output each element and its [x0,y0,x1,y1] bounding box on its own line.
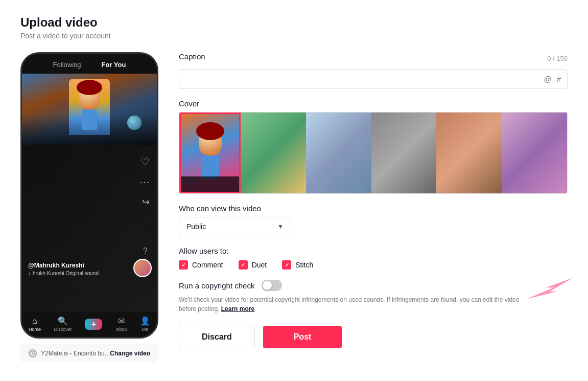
main-layout: Following For You [20,52,568,363]
visibility-label: Who can view this video [179,204,568,213]
comment-checkbox[interactable]: ✓ [179,260,188,270]
action-buttons: Discard Post [179,326,568,348]
phone-mockup-container: Following For You [20,52,158,363]
cover-selected-frame[interactable] [179,113,241,193]
learn-more-link[interactable]: Learn more [221,305,254,312]
video-source-label: Y2Mate.is - Encanto bu... [41,350,110,357]
caption-label-row: Caption 0 / 150 [179,52,568,65]
visibility-dropdown[interactable]: Public ▼ [179,217,291,236]
phone-user-info: @Mahrukh Kureshi ♪ hrukh Kureshi Origina… [28,262,99,276]
cover-thumb-4[interactable] [436,113,502,193]
allow-users-section: Allow users to: ✓ Comment ✓ Duet ✓ [179,246,568,270]
stitch-checkbox[interactable]: ✓ [282,260,291,270]
copyright-toggle[interactable] [262,280,282,291]
phone-username: @Mahrukh Kureshi [28,262,99,269]
phone-nav-home[interactable]: ⌂ Home [29,317,41,332]
copyright-section: Run a copyright check We'll check your v… [179,280,568,313]
video-source-icon [29,349,37,357]
music-icon: ♪ [28,271,31,276]
phone-video-thumbnail [22,74,157,145]
phone-video-area: ♡ ⋯ ↪ ? @Mahrukh Kureshi ♪ hrukh Kureshi… [22,74,157,312]
phone-tab-following: Following [53,61,81,69]
phone-sound-text: hrukh Kureshi Original sound [33,271,99,276]
home-icon: ⌂ [32,317,37,326]
cover-thumb-5[interactable] [502,113,567,193]
phone-nav-me-label: Me [142,327,149,332]
phone-question-icon: ? [143,246,148,256]
hash-icon-button[interactable]: # [557,75,561,83]
copyright-label: Run a copyright check [179,281,254,290]
phone-nav-me[interactable]: 👤 Me [140,316,150,332]
video-source-bar: Y2Mate.is - Encanto bu... Change video [20,344,158,363]
cover-selected-bar [181,176,239,192]
checkbox-comment: ✓ Comment [179,260,223,270]
discard-button[interactable]: Discard [179,326,255,348]
duet-checkmark: ✓ [241,262,245,268]
cover-label: Cover [179,99,568,108]
cover-field-group: Cover [179,99,568,194]
profile-icon: 👤 [140,316,150,326]
cover-thumb-2[interactable] [306,113,371,193]
chevron-down-icon: ▼ [277,223,284,230]
video-source-info: Y2Mate.is - Encanto bu... [29,349,110,357]
caption-icons: @ # [544,75,561,83]
phone-avatar [133,259,152,277]
phone-mockup: Following For You [20,52,158,339]
right-panel: Caption 0 / 150 @ # Cover [179,52,568,348]
phone-nav-inbox[interactable]: ✉ Inbox [115,316,127,332]
caption-input[interactable] [185,75,544,83]
phone-bottom-nav: ⌂ Home 🔍 Discover + ✉ Inbox 👤 Me [22,312,157,337]
phone-nav-discover[interactable]: 🔍 Discover [54,316,72,332]
allow-users-label: Allow users to: [179,246,568,255]
phone-dots-icon[interactable]: ⋯ [139,176,150,188]
plus-button[interactable]: + [85,319,102,330]
phone-nav-discover-label: Discover [54,327,72,332]
checkbox-duet: ✓ Duet [239,260,267,270]
stitch-checkmark: ✓ [285,262,289,268]
phone-nav-plus[interactable]: + [85,319,102,330]
toggle-knob [263,281,272,290]
phone-top-bar: Following For You [22,54,157,74]
copyright-description: We'll check your video for potential cop… [179,295,526,313]
page-subtitle: Post a video to your account [20,32,568,40]
duet-label: Duet [252,261,267,269]
caption-field-group: Caption 0 / 150 @ # [179,52,568,89]
checkbox-stitch: ✓ Stitch [282,260,313,270]
page-title: Upload video [20,15,568,30]
inbox-icon: ✉ [118,316,125,326]
phone-sound: ♪ hrukh Kureshi Original sound [28,271,99,276]
cover-strip [179,112,568,194]
visibility-field-group: Who can view this video Public ▼ [179,204,568,236]
discover-icon: 🔍 [58,316,68,326]
stitch-label: Stitch [295,261,313,269]
phone-share-icon[interactable]: ↪ [142,196,150,208]
svg-marker-3 [527,278,573,299]
phone-heart-icon[interactable]: ♡ [140,155,150,168]
visibility-value: Public [186,222,206,231]
caption-input-wrapper: @ # [179,69,568,89]
cover-thumb-1[interactable] [241,113,306,193]
phone-video-bg: ♡ ⋯ ↪ ? @Mahrukh Kureshi ♪ hrukh Kureshi… [22,74,157,312]
post-button[interactable]: Post [263,326,342,348]
caption-char-count: 0 / 150 [547,55,568,62]
change-video-button[interactable]: Change video [110,350,150,357]
arrow-annotation [527,277,573,302]
checkboxes-row: ✓ Comment ✓ Duet ✓ Stitch [179,260,568,270]
phone-nav-home-label: Home [29,327,41,332]
phone-tab-foryou: For You [102,61,126,69]
comment-label: Comment [192,261,223,269]
phone-nav-inbox-label: Inbox [115,327,127,332]
cover-thumb-3[interactable] [371,113,437,193]
duet-checkbox[interactable]: ✓ [239,260,248,270]
caption-label: Caption [179,52,205,61]
sphere-decoration [127,116,142,130]
at-icon-button[interactable]: @ [544,75,551,83]
copyright-row: Run a copyright check [179,280,568,291]
cover-thumbnails [241,113,567,193]
comment-checkmark: ✓ [181,262,186,268]
